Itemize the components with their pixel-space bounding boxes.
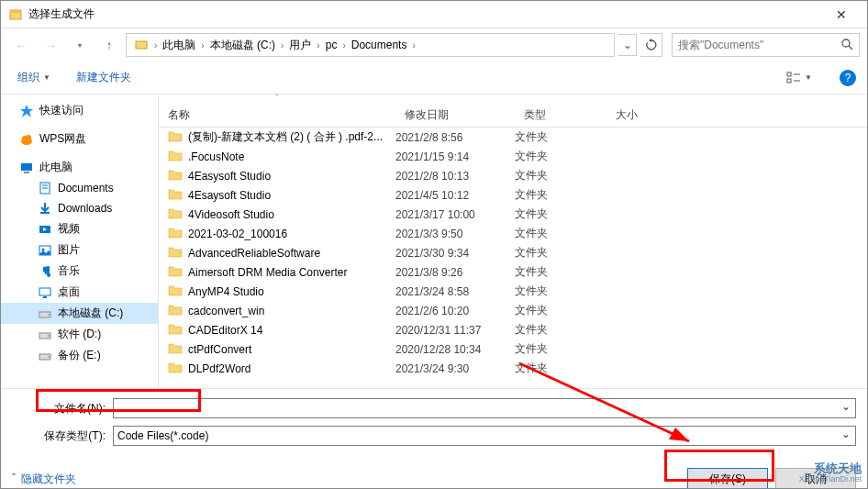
file-type: 文件夹 — [515, 187, 606, 203]
svg-rect-1 — [10, 10, 21, 13]
sidebar: 快速访问WPS网盘此电脑DocumentsDownloads视频图片音乐桌面本地… — [1, 94, 159, 388]
folder-icon — [168, 322, 183, 338]
new-folder-button[interactable]: 新建文件夹 — [71, 66, 137, 89]
file-date: 2021/3/3 9:50 — [395, 228, 515, 240]
file-date: 2021/3/30 9:34 — [395, 247, 515, 260]
titlebar: 选择生成文件 ✕ — [1, 1, 867, 28]
file-name: AnyMP4 Studio — [188, 285, 264, 298]
table-row[interactable]: 4Esaysoft Studio2021/4/5 10:12文件夹 — [159, 185, 867, 205]
sidebar-item-label: 软件 (D:) — [58, 327, 101, 342]
breadcrumb-seg-2[interactable]: 用户 — [285, 38, 315, 53]
file-date: 2021/2/6 10:20 — [395, 305, 515, 317]
breadcrumb-seg-0[interactable]: 此电脑 — [159, 38, 199, 53]
chevron-down-icon: ▼ — [805, 73, 812, 82]
search-box[interactable] — [672, 33, 860, 57]
file-type: 文件夹 — [515, 129, 606, 145]
breadcrumb-seg-3[interactable]: pc — [322, 39, 341, 51]
column-headers: 名称 修改日期 类型 大小 — [159, 104, 867, 128]
chevron-right-icon: › — [410, 40, 417, 50]
save-button[interactable]: 保存(S) — [687, 468, 768, 489]
file-date: 2021/2/8 10:13 — [395, 170, 515, 183]
file-name: 4Easysoft Studio — [188, 170, 271, 183]
breadcrumb-seg-4[interactable]: Documents — [348, 39, 411, 51]
table-row[interactable]: cadconvert_win2021/2/6 10:20文件夹 — [159, 301, 867, 320]
save-form: 文件名(N): 保存类型(T): — [1, 388, 867, 461]
navbar: ← → ▾ ↑ › 此电脑 › 本地磁盘 (C:) › 用户 › pc › Do… — [1, 28, 867, 61]
sidebar-item[interactable]: 图片 — [1, 239, 158, 261]
file-name: 4Esaysoft Studio — [188, 189, 271, 202]
svg-point-30 — [48, 356, 50, 358]
col-header-date[interactable]: 修改日期 — [395, 107, 515, 123]
drive-icon — [38, 328, 52, 342]
table-row[interactable]: ctPdfConvert2020/12/28 10:34文件夹 — [159, 339, 867, 359]
file-name: (复制)-新建文本文档 (2) ( 合并 ) .pdf-2... — [188, 129, 383, 145]
close-button[interactable]: ✕ — [823, 1, 860, 28]
folder-icon — [168, 361, 183, 376]
desktop-icon — [38, 285, 52, 300]
table-row[interactable]: AdvancedReliableSoftware2021/3/30 9:34文件… — [159, 243, 867, 262]
nav-recent-button[interactable]: ▾ — [67, 33, 93, 57]
sidebar-item-label: 备份 (E:) — [58, 348, 101, 363]
nav-up-button[interactable]: ↑ — [96, 33, 122, 57]
doc-icon — [38, 181, 52, 195]
sidebar-item[interactable]: Downloads — [1, 198, 158, 218]
file-name: .FocusNote — [188, 150, 244, 163]
sidebar-item[interactable]: 快速访问 — [1, 100, 158, 121]
table-row[interactable]: 4Videosoft Studio2021/3/17 10:00文件夹 — [159, 205, 867, 224]
svg-point-12 — [26, 135, 31, 140]
chevron-right-icon: › — [279, 40, 285, 50]
col-header-size[interactable]: 大小 — [606, 107, 680, 123]
sidebar-item[interactable]: 音乐 — [1, 261, 158, 282]
folder-icon — [168, 341, 183, 357]
help-button[interactable]: ? — [840, 70, 856, 86]
file-type: 文件夹 — [515, 226, 606, 241]
sidebar-item[interactable]: 桌面 — [1, 282, 158, 303]
file-type: 文件夹 — [515, 149, 606, 164]
col-header-type[interactable]: 类型 — [515, 107, 606, 123]
nav-forward-button[interactable]: → — [38, 33, 63, 57]
sidebar-item-label: 快速访问 — [39, 103, 83, 118]
sidebar-item[interactable]: WPS网盘 — [1, 128, 158, 150]
file-name: Aimersoft DRM Media Converter — [188, 266, 347, 279]
file-name: 4Videosoft Studio — [188, 208, 274, 221]
file-name: ctPdfConvert — [188, 343, 251, 356]
view-mode-button[interactable]: ▼ — [781, 68, 818, 88]
music-icon — [38, 264, 52, 279]
file-type: 文件夹 — [515, 206, 606, 222]
table-row[interactable]: 4Easysoft Studio2021/2/8 10:13文件夹 — [159, 166, 867, 185]
table-row[interactable]: AnyMP4 Studio2021/3/24 8:58文件夹 — [159, 282, 867, 301]
sidebar-item[interactable]: 此电脑 — [1, 157, 158, 178]
table-row[interactable]: Aimersoft DRM Media Converter2021/3/8 9:… — [159, 262, 867, 282]
table-row[interactable]: .FocusNote2021/1/15 9:14文件夹 — [159, 147, 867, 166]
folder-icon — [168, 264, 183, 280]
organize-menu[interactable]: 组织 ▼ — [12, 66, 56, 89]
breadcrumb-seg-1[interactable]: 本地磁盘 (C:) — [206, 38, 279, 53]
content-area: 快速访问WPS网盘此电脑DocumentsDownloads视频图片音乐桌面本地… — [1, 94, 867, 388]
sidebar-item[interactable]: 软件 (D:) — [1, 324, 158, 345]
sidebar-item[interactable]: Documents — [1, 178, 158, 198]
col-header-name[interactable]: 名称 — [159, 107, 395, 123]
search-input[interactable] — [678, 39, 840, 51]
breadcrumb-root-icon[interactable] — [130, 38, 152, 52]
table-row[interactable]: CADEditorX 142020/12/31 11:37文件夹 — [159, 320, 867, 339]
breadcrumb-dropdown[interactable]: ⌄ — [618, 34, 637, 56]
hide-folders-toggle[interactable]: ˆ 隐藏文件夹 — [12, 472, 76, 487]
table-row[interactable]: DLPdf2Word2021/3/24 9:30文件夹 — [159, 359, 867, 378]
filetype-select[interactable] — [113, 426, 856, 446]
sidebar-item[interactable]: 备份 (E:) — [1, 345, 158, 366]
filename-input[interactable] — [113, 398, 856, 418]
sidebar-item[interactable]: 本地磁盘 (C:) — [1, 303, 158, 324]
svg-marker-9 — [20, 105, 33, 117]
nav-back-button[interactable]: ← — [8, 33, 34, 57]
sidebar-item-label: WPS网盘 — [39, 131, 86, 147]
sidebar-item[interactable]: 视频 — [1, 218, 158, 239]
file-date: 2021/1/15 9:14 — [395, 150, 515, 163]
refresh-button[interactable] — [640, 33, 662, 57]
breadcrumb[interactable]: › 此电脑 › 本地磁盘 (C:) › 用户 › pc › Documents … — [126, 33, 615, 57]
table-row[interactable]: 2021-03-02_1000162021/3/3 9:50文件夹 — [159, 224, 867, 243]
cancel-button[interactable]: 取消 — [775, 468, 856, 489]
sidebar-item-label: Documents — [58, 182, 114, 194]
file-type: 文件夹 — [515, 341, 606, 357]
search-icon[interactable] — [840, 38, 853, 53]
table-row[interactable]: (复制)-新建文本文档 (2) ( 合并 ) .pdf-2...2021/2/8… — [159, 128, 867, 147]
